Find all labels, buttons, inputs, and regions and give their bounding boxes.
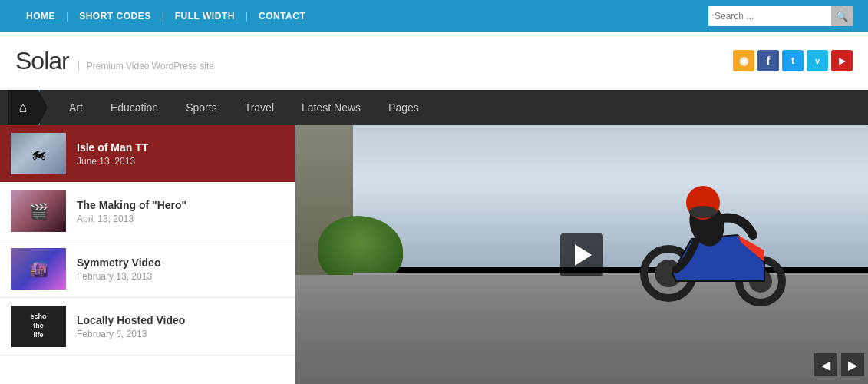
- site-tagline: Premium Video WordPress site: [78, 61, 214, 71]
- social-icons: ◉ f t v ▶: [733, 50, 853, 71]
- motorcycle-rider: [630, 174, 799, 312]
- twitter-icon[interactable]: t: [782, 50, 804, 71]
- item-date: June 13, 2013: [77, 156, 284, 167]
- nav-latest-news[interactable]: Latest News: [288, 90, 375, 125]
- item-info: Isle of Man TT June 13, 2013: [77, 141, 284, 167]
- list-item[interactable]: echothelife Locally Hosted Video Februar…: [0, 298, 295, 356]
- nav-education[interactable]: Education: [97, 90, 172, 125]
- nav-travel[interactable]: Travel: [231, 90, 288, 125]
- item-title: Symmetry Video: [77, 257, 284, 269]
- echo-text: echothelife: [30, 313, 46, 339]
- site-logo: Solar: [15, 47, 69, 75]
- video-scene: ◀ ▶: [295, 125, 868, 384]
- video-prev-button[interactable]: ◀: [814, 353, 837, 376]
- item-info: Locally Hosted Video February 6, 2013: [77, 314, 284, 339]
- nav-pages[interactable]: Pages: [375, 90, 433, 125]
- search-input[interactable]: [708, 6, 831, 26]
- list-item[interactable]: Symmetry Video February 13, 2013: [0, 240, 295, 298]
- thumbnail-echo: echothelife: [11, 306, 66, 347]
- home-button[interactable]: ⌂: [8, 90, 40, 125]
- vimeo-icon[interactable]: v: [807, 50, 828, 71]
- thumbnail-symmetry: [11, 248, 66, 290]
- rss-icon[interactable]: ◉: [733, 50, 754, 71]
- nav-home[interactable]: HOME: [15, 11, 66, 22]
- nav-sports[interactable]: Sports: [172, 90, 230, 125]
- item-title: The Making of "Hero": [77, 199, 284, 211]
- content-area: Isle of Man TT June 13, 2013 The Making …: [0, 125, 868, 384]
- nav-contact[interactable]: CONTACT: [248, 11, 316, 22]
- logo-area: Solar Premium Video WordPress site: [15, 47, 214, 75]
- search-button[interactable]: 🔍: [831, 6, 853, 26]
- nav-short-codes[interactable]: SHORT CODES: [68, 11, 162, 22]
- play-button[interactable]: [560, 233, 603, 276]
- item-date: February 6, 2013: [77, 329, 284, 339]
- item-date: April 13, 2013: [77, 214, 284, 224]
- thumbnail-hero: [11, 190, 66, 232]
- search-box: 🔍: [708, 6, 853, 26]
- nav-full-width[interactable]: FULL WIDTH: [164, 11, 246, 22]
- list-item[interactable]: Isle of Man TT June 13, 2013: [0, 125, 295, 183]
- video-player: ◀ ▶: [295, 125, 868, 384]
- list-item[interactable]: The Making of "Hero" April 13, 2013: [0, 183, 295, 240]
- facebook-icon[interactable]: f: [757, 50, 779, 71]
- thumbnail-isle-of-man: [11, 133, 66, 174]
- sidebar-list: Isle of Man TT June 13, 2013 The Making …: [0, 125, 295, 384]
- nav-art[interactable]: Art: [55, 90, 97, 125]
- item-title: Locally Hosted Video: [77, 314, 284, 326]
- item-info: The Making of "Hero" April 13, 2013: [77, 199, 284, 224]
- site-header: Solar Premium Video WordPress site ◉ f t…: [0, 32, 868, 90]
- home-icon: ⌂: [19, 100, 28, 116]
- video-next-button[interactable]: ▶: [841, 353, 864, 376]
- main-navigation: ⌂ Art Education Sports Travel Latest New…: [0, 90, 868, 125]
- youtube-icon[interactable]: ▶: [831, 50, 853, 71]
- item-title: Isle of Man TT: [77, 141, 284, 154]
- main-nav-links: Art Education Sports Travel Latest News …: [55, 90, 433, 125]
- top-nav-links: HOME | SHORT CODES | FULL WIDTH | CONTAC…: [15, 11, 316, 22]
- item-info: Symmetry Video February 13, 2013: [77, 257, 284, 282]
- item-date: February 13, 2013: [77, 271, 284, 282]
- top-navigation: HOME | SHORT CODES | FULL WIDTH | CONTAC…: [0, 0, 868, 32]
